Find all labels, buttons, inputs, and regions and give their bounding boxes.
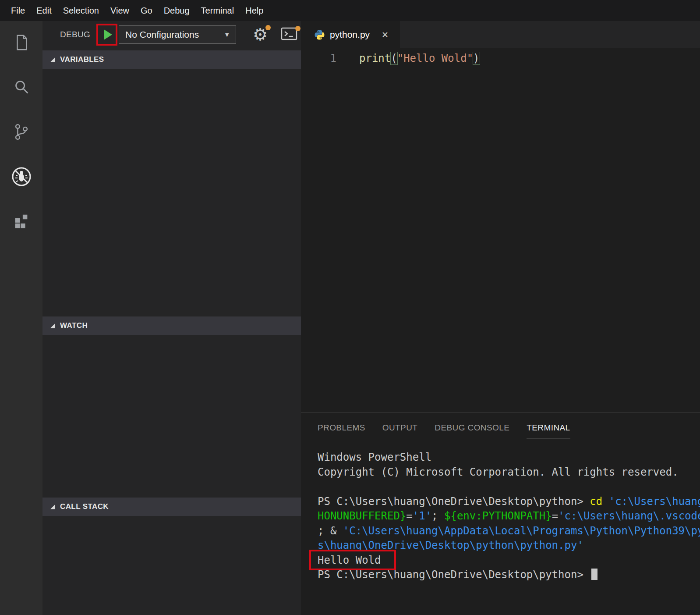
configurations-dropdown[interactable]: No Configurations ▼	[119, 25, 236, 44]
debug-button[interactable]	[11, 166, 32, 188]
section-label-watch: WATCH	[60, 321, 88, 330]
source-control-button[interactable]	[11, 121, 32, 143]
terminal-line: PS C:\Users\huang\OneDrive\Desktop\pytho…	[318, 568, 700, 583]
code-token-close-paren: )	[473, 52, 479, 64]
editor-area: python.py ✕ 1 print("Hello Wold")	[301, 21, 700, 412]
tab-label: python.py	[330, 29, 370, 40]
editor-tab-bar: python.py ✕	[301, 21, 700, 48]
code-token-function: print	[359, 52, 391, 64]
terminal-command: cd	[590, 495, 608, 508]
gear-badge-dot	[265, 25, 271, 30]
debug-toolbar: DEBUG No Configurations ▼ ⚙	[42, 21, 301, 48]
open-debug-console-button[interactable]	[281, 27, 297, 42]
menu-edit[interactable]: Edit	[31, 6, 57, 16]
menu-file[interactable]: File	[5, 6, 31, 16]
terminal-text: Copyright (C) Microsoft Corporation. All…	[318, 466, 679, 478]
activity-bar	[0, 21, 42, 615]
terminal-line: HONUNBUFFERED}='1'; ${env:PYTHONPATH}='c…	[318, 509, 700, 524]
bottom-panel: PROBLEMS OUTPUT DEBUG CONSOLE TERMINAL W…	[301, 412, 700, 615]
code-line: print("Hello Wold")	[359, 51, 480, 66]
terminal-line: Windows PowerShell	[318, 450, 700, 465]
terminal-line: s\huang\OneDrive\Desktop\python\python.p…	[318, 538, 700, 553]
menu-go[interactable]: Go	[135, 6, 158, 16]
terminal-line: PS C:\Users\huang\OneDrive\Desktop\pytho…	[318, 494, 700, 509]
python-icon	[314, 29, 325, 40]
terminal-text: ; &	[318, 525, 343, 537]
terminal-line: Copyright (C) Microsoft Corporation. All…	[318, 465, 700, 480]
configurations-dropdown-value: No Configurations	[125, 29, 199, 40]
start-debugging-button[interactable]	[96, 24, 117, 46]
terminal-text: =	[552, 510, 558, 522]
terminal-string: '1'	[413, 510, 431, 522]
terminal-line-blank	[318, 480, 700, 494]
terminal-text: =	[406, 510, 412, 522]
tab-output[interactable]: OUTPUT	[382, 423, 418, 438]
code-token-open-paren: (	[391, 52, 397, 64]
collapse-triangle-icon	[50, 323, 55, 328]
code-editor[interactable]: 1 print("Hello Wold")	[301, 48, 700, 66]
terminal-prompt: PS C:\Users\huang\OneDrive\Desktop\pytho…	[318, 569, 590, 581]
console-badge-dot	[295, 26, 301, 31]
menu-terminal[interactable]: Terminal	[195, 6, 240, 16]
close-icon[interactable]: ✕	[382, 30, 389, 40]
menu-bar: File Edit Selection View Go Debug Termin…	[0, 0, 700, 21]
terminal-variable: HONUNBUFFERED}	[318, 510, 406, 522]
extensions-icon	[12, 212, 31, 231]
tab-problems[interactable]: PROBLEMS	[318, 423, 365, 438]
section-label-variables: VARIABLES	[60, 55, 104, 64]
search-icon	[12, 78, 31, 96]
play-icon	[104, 29, 112, 40]
call-stack-section-header[interactable]: CALL STACK	[42, 498, 301, 516]
terminal-string: 'C:\Users\huang\AppData\Local\Programs\P…	[343, 525, 700, 537]
source-control-icon	[12, 123, 31, 141]
variables-section-header[interactable]: VARIABLES	[42, 50, 301, 69]
menu-debug[interactable]: Debug	[158, 6, 195, 16]
program-output: Hello Wold	[318, 554, 381, 566]
debug-sidebar: DEBUG No Configurations ▼ ⚙ VARIABLES WA…	[42, 21, 301, 615]
collapse-triangle-icon	[50, 57, 55, 62]
search-button[interactable]	[11, 76, 32, 98]
terminal-output[interactable]: Windows PowerShell Copyright (C) Microso…	[318, 450, 700, 583]
terminal-variable: ${env:PYTHONPATH}	[444, 510, 552, 522]
terminal-string: 'c:\Users\huang\OneDrive\Desktop\python'…	[609, 495, 700, 508]
terminal-string: s\huang\OneDrive\Desktop\python\python.p…	[318, 539, 583, 551]
tab-terminal[interactable]: TERMINAL	[527, 423, 570, 438]
sidebar-title: DEBUG	[60, 30, 90, 39]
terminal-prompt: PS C:\Users\huang\OneDrive\Desktop\pytho…	[318, 495, 590, 508]
tab-python-py[interactable]: python.py ✕	[301, 21, 400, 48]
files-icon	[12, 33, 31, 52]
editor-gutter: 1	[301, 51, 359, 66]
menu-view[interactable]: View	[105, 6, 135, 16]
section-label-call-stack: CALL STACK	[60, 502, 109, 511]
terminal-text: Windows PowerShell	[318, 451, 431, 463]
tab-debug-console[interactable]: DEBUG CONSOLE	[435, 423, 509, 438]
terminal-cursor	[591, 569, 597, 580]
line-number: 1	[330, 52, 336, 64]
code-token-string: "Hello Wold"	[397, 52, 473, 64]
configure-gear-button[interactable]: ⚙	[253, 26, 268, 43]
debug-icon	[11, 165, 32, 188]
terminal-text: ;	[431, 510, 444, 522]
terminal-string: 'c:\Users\huang\.vscode'	[558, 510, 700, 522]
explorer-button[interactable]	[11, 32, 32, 53]
menu-help[interactable]: Help	[240, 6, 269, 16]
chevron-down-icon: ▼	[224, 31, 230, 38]
terminal-line: ; & 'C:\Users\huang\AppData\Local\Progra…	[318, 524, 700, 539]
extensions-button[interactable]	[11, 210, 32, 232]
watch-section-header[interactable]: WATCH	[42, 316, 301, 335]
terminal-line: Hello Wold	[318, 553, 700, 568]
panel-tab-bar: PROBLEMS OUTPUT DEBUG CONSOLE TERMINAL	[301, 412, 700, 438]
collapse-triangle-icon	[50, 505, 55, 509]
menu-selection[interactable]: Selection	[57, 6, 105, 16]
